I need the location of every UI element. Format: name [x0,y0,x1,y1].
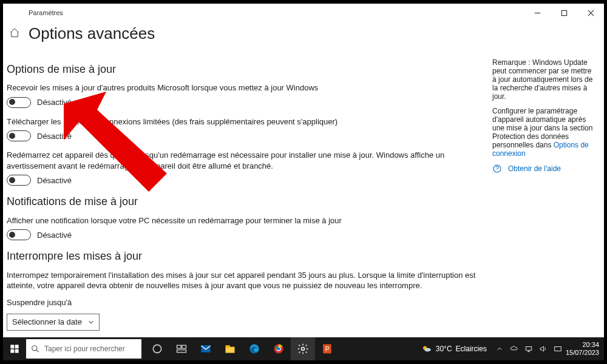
chevron-down-icon [88,319,94,325]
clock-time: 20:34 [566,341,599,349]
toggle-receive-other-products[interactable] [7,97,31,108]
section-heading-pause: Interrompre les mises à jour [7,249,481,263]
section-heading-notifications: Notifications de mise à jour [7,194,481,209]
language-icon [554,345,562,353]
weather-temp: 30°C [436,345,452,353]
search-icon [31,345,39,353]
section-heading-update-options: Options de mise à jour [7,62,481,76]
toggle-metered-download[interactable] [7,130,31,141]
sidebar-note: Remarque : Windows Update peut commencer… [492,58,594,101]
suspend-date-select[interactable]: Sélectionner la date [7,314,100,331]
svg-rect-14 [177,345,181,348]
svg-line-12 [36,350,39,352]
toggle-state: Désactivé [37,230,72,241]
svg-rect-17 [202,345,211,352]
chrome-icon[interactable] [266,337,291,360]
svg-rect-10 [15,349,19,353]
svg-rect-15 [182,345,186,348]
clock-date: 15/07/2023 [566,349,599,357]
suspend-until-label: Suspendre jusqu'à [7,297,481,308]
close-button[interactable] [577,4,604,22]
cortana-icon[interactable] [145,337,169,360]
weather-icon [421,343,432,354]
taskbar-clock[interactable]: 20:34 15/07/2023 [566,341,599,356]
pause-description: Interrompez temporairement l'installatio… [7,270,481,291]
svg-point-11 [32,346,37,351]
edge-icon[interactable] [242,337,266,360]
mail-icon[interactable] [194,337,218,360]
svg-rect-7 [10,345,14,348]
svg-point-24 [302,348,305,351]
side-panel: Remarque : Windows Update peut commencer… [489,58,598,360]
svg-rect-29 [526,347,531,351]
settings-icon[interactable] [291,337,315,360]
taskbar-search[interactable]: Taper ici pour rechercher [26,339,141,359]
home-icon[interactable] [9,27,20,41]
svg-rect-19 [226,345,231,348]
svg-rect-9 [10,349,14,353]
select-placeholder: Sélectionner la date [12,317,82,328]
svg-rect-8 [15,345,19,348]
toggle-state: Désactivé [37,97,72,108]
app-icon[interactable]: P [315,337,339,360]
option-metered-download: Télécharger les mises des connexions lim… [7,116,481,142]
svg-rect-33 [555,347,561,351]
page-header: Options avancées [3,22,604,50]
svg-rect-1 [561,10,566,15]
svg-marker-32 [540,346,543,351]
weather-widget[interactable]: 30°C Eclaircies [421,343,487,354]
toggle-auto-restart[interactable] [7,175,31,186]
volume-icon [539,345,548,353]
system-tray[interactable] [495,345,562,353]
svg-point-5 [497,170,498,171]
weather-desc: Eclaircies [456,345,487,353]
help-icon [492,164,502,174]
sidebar-config: Configurer le paramétrage d'appareil aut… [492,107,594,158]
option-restart-notification: Afficher une notification lorsque votre … [7,215,481,241]
option-label: Recevoir les mises à jour d'autres produ… [7,83,481,93]
task-view-icon[interactable] [169,337,194,360]
link-get-help[interactable]: Obtenir de l'aide [508,164,561,173]
chevron-up-icon [495,345,504,353]
toggle-state: Désactivé [37,131,72,142]
svg-point-28 [424,348,431,352]
file-explorer-icon[interactable] [218,337,242,360]
option-label: Afficher une notification lorsque votre … [7,215,481,226]
svg-rect-16 [177,350,186,352]
option-label: Télécharger les mises des connexions lim… [7,116,481,127]
toggle-restart-notification[interactable] [7,229,31,240]
app-name: Paramètres [29,9,63,16]
svg-point-13 [153,345,161,352]
taskbar: Taper ici pour rechercher P 30°C Eclairc… [3,337,604,360]
option-label: Redémarrez cet appareil dès que po lorsq… [7,150,481,171]
svg-text:P: P [325,346,330,352]
toggle-state: Désactivé [37,175,72,186]
page-title: Options avancées [29,24,155,43]
network-icon [524,345,533,353]
minimize-button[interactable] [524,4,551,22]
option-auto-restart: Redémarrez cet appareil dès que po lorsq… [7,150,481,186]
main-panel: Options de mise à jour Recevoir les mise… [3,58,489,360]
option-receive-other-products: Recevoir les mises à jour d'autres produ… [7,83,481,108]
start-button[interactable] [3,337,26,360]
titlebar: Paramètres [3,4,604,22]
onedrive-icon [510,345,518,353]
maximize-button[interactable] [551,4,577,22]
search-placeholder: Taper ici pour rechercher [44,345,125,353]
